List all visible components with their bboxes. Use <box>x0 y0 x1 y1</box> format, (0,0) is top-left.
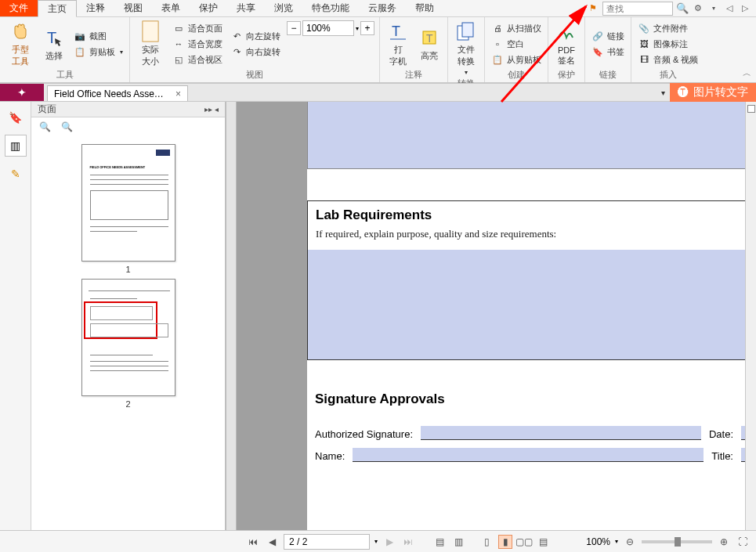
next-page-button[interactable]: ▶ <box>382 535 396 549</box>
signature-heading: Signature Approvals <box>315 391 745 407</box>
date-field[interactable] <box>741 426 745 440</box>
fitwidth-icon: ↔ <box>172 38 185 50</box>
fit-width-button[interactable]: ↔适合宽度 <box>171 37 224 51</box>
fullscreen-button[interactable]: ⛶ <box>736 535 750 549</box>
layout-facing[interactable]: ▢▢ <box>517 535 531 549</box>
next-icon[interactable]: ▷ <box>739 2 751 15</box>
layout-single[interactable]: ▯ <box>479 535 494 549</box>
clipboard-button[interactable]: 📋剪贴板▾ <box>72 45 125 59</box>
hand-tool-button[interactable]: 手型 工具 <box>5 20 36 67</box>
thumb-tool-1[interactable]: 🔍 <box>38 120 52 134</box>
status-bar: ⏮ ◀ 2 / 2 ▾ ▶ ⏭ ▤ ▥ ▯ ▮ ▢▢ ▤ 100% ▾ ⊖ ⊕ … <box>0 530 756 552</box>
close-tab-button[interactable]: × <box>175 88 181 99</box>
menu-tab-share[interactable]: 共享 <box>227 0 265 16</box>
first-page-button[interactable]: ⏮ <box>246 535 260 549</box>
page-content: 💡 Lab Requirements If required, explain … <box>307 102 745 530</box>
menu-tab-view[interactable]: 视图 <box>114 0 152 16</box>
bookmark-button[interactable]: 🔖书签 <box>590 45 626 59</box>
file-convert-button[interactable]: 文件 转换▾ <box>453 20 479 76</box>
blank-page-button[interactable]: ▫空白 <box>490 37 543 51</box>
menu-tab-annot[interactable]: 注释 <box>77 0 114 16</box>
signature-icon <box>555 22 577 44</box>
camera-icon: 📷 <box>74 30 86 42</box>
layout-continuous[interactable]: ▮ <box>498 535 512 549</box>
from-scanner-button[interactable]: 🖨从扫描仪 <box>490 21 543 35</box>
view-mode-2[interactable]: ▥ <box>451 535 465 549</box>
hand-icon <box>9 20 31 42</box>
rail-button[interactable] <box>747 105 755 113</box>
zoom-out-status[interactable]: ⊖ <box>623 535 637 549</box>
zoom-input[interactable] <box>302 20 354 36</box>
zoom-in-button[interactable]: + <box>360 21 374 35</box>
screenshot-button[interactable]: 📷截图 <box>72 29 125 43</box>
page-number-input[interactable]: 2 / 2 <box>284 534 370 550</box>
dropdown-icon[interactable]: ▾ <box>707 2 720 15</box>
layout-cont-facing[interactable]: ▤ <box>536 535 550 549</box>
sidebar-comments[interactable]: ✎ <box>5 163 27 185</box>
search-input[interactable] <box>602 2 673 16</box>
view-mode-1[interactable]: ▤ <box>432 535 447 549</box>
tab-dropdown[interactable]: ▾ <box>657 88 670 97</box>
thumbnail-page-2[interactable]: 2 <box>81 279 175 409</box>
document-tab[interactable]: Field Office Needs Asse… × <box>47 85 188 101</box>
fit-visible-button[interactable]: ◱适合视区 <box>171 52 224 67</box>
typewriter-button[interactable]: T 打 字机 <box>385 20 411 67</box>
audio-video-button[interactable]: 🎞音频 & 视频 <box>636 52 700 67</box>
ribbon-group-convert: 文件 转换▾ 转换 <box>448 17 485 82</box>
auth-sig-field[interactable] <box>421 426 701 440</box>
attach-button[interactable]: 📎文件附件 <box>636 21 700 35</box>
sidebar-bookmark[interactable]: 🔖 <box>5 106 27 128</box>
panel-collapse-button[interactable]: ▸▸ ◂ <box>204 105 219 114</box>
ribbon-group-view: 实际 大小 ▭适合页面 ↔适合宽度 ◱适合视区 ↶向左旋转 ↷向右旋转 − ▾ … <box>130 17 380 82</box>
page-scroll[interactable]: 💡 Lab Requirements If required, explain … <box>237 102 745 530</box>
group-label: 保护 <box>553 69 580 81</box>
thumb-tool-2[interactable]: 🔍 <box>60 120 74 134</box>
menu-tab-browse[interactable]: 浏览 <box>265 0 302 16</box>
menu-tab-home[interactable]: 主页 <box>38 0 77 17</box>
zoom-out-button[interactable]: − <box>287 21 301 35</box>
zoom-in-status[interactable]: ⊕ <box>717 535 731 549</box>
group-label: 链接 <box>590 69 626 81</box>
menu-bar: 文件 主页 注释 视图 表单 保护 共享 浏览 特色功能 云服务 帮助 ⚑ 🔍 … <box>0 0 756 17</box>
title-field[interactable] <box>741 448 745 462</box>
rotate-left-button[interactable]: ↶向左旋转 <box>229 29 282 43</box>
menu-tab-file[interactable]: 文件 <box>0 0 38 16</box>
prev-icon[interactable]: ◁ <box>723 2 736 15</box>
lab-text-field[interactable] <box>308 250 745 359</box>
menu-tab-protect[interactable]: 保护 <box>190 0 227 16</box>
thumbnail-page-1[interactable]: FIELD OFFICE NEEDS ASSESSMENT 1 <box>81 144 175 274</box>
svg-rect-8 <box>462 23 473 37</box>
zoom-slider[interactable] <box>642 540 712 543</box>
pdf-sign-button[interactable]: PDF 签名 <box>553 20 580 67</box>
rotate-right-button[interactable]: ↷向右旋转 <box>229 45 282 59</box>
name-field[interactable] <box>353 448 704 462</box>
ocr-promo-button[interactable]: 🅣 图片转文字 <box>670 83 756 102</box>
actual-size-button[interactable]: 实际 大小 <box>135 20 166 67</box>
svg-rect-2 <box>143 21 158 41</box>
fit-page-button[interactable]: ▭适合页面 <box>171 21 224 35</box>
last-page-button[interactable]: ⏭ <box>401 535 415 549</box>
left-sidebar: 🔖 ▥ ✎ <box>0 102 31 530</box>
menu-tab-help[interactable]: 帮助 <box>406 0 443 16</box>
ribbon-group-link: 🔗链接 🔖书签 链接 <box>585 17 631 82</box>
highlight-button[interactable]: T 高亮 <box>416 20 443 67</box>
link-button[interactable]: 🔗链接 <box>590 29 626 43</box>
group-label: 插入 <box>636 69 700 81</box>
group-label: 工具 <box>5 69 125 81</box>
files-icon <box>455 20 477 42</box>
menu-tab-cloud[interactable]: 云服务 <box>359 0 406 16</box>
sidebar-pages[interactable]: ▥ <box>5 135 27 157</box>
search-icon[interactable]: 🔍 <box>676 2 689 15</box>
flag-icon[interactable]: ⚑ <box>587 2 599 15</box>
select-tool-button[interactable]: T 选择 <box>41 20 67 67</box>
collapse-ribbon-button[interactable]: ︿ <box>743 67 751 79</box>
menu-tab-feature[interactable]: 特色功能 <box>302 0 359 16</box>
gear-icon[interactable]: ⚙ <box>692 2 704 15</box>
image-annot-button[interactable]: 🖼图像标注 <box>636 37 700 51</box>
top-form-field[interactable]: 💡 <box>307 102 745 169</box>
menu-tab-form[interactable]: 表单 <box>152 0 190 16</box>
app-logo[interactable]: ✦ <box>0 84 44 101</box>
prev-page-button[interactable]: ◀ <box>265 535 279 549</box>
highlight-icon: T <box>418 27 440 49</box>
from-clipboard-button[interactable]: 📋从剪贴板 <box>490 52 543 67</box>
